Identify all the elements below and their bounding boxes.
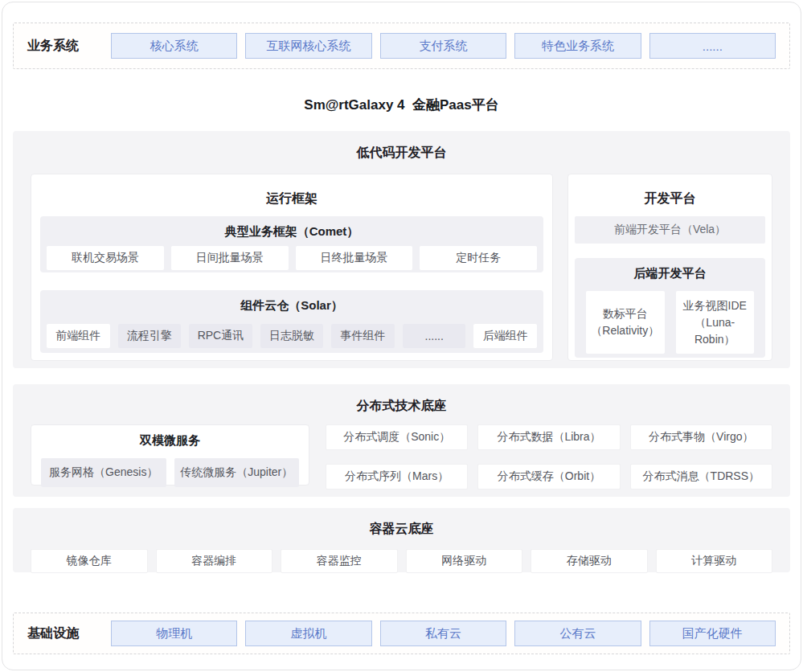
business-systems-items: 核心系统 互联网核心系统 支付系统 特色业务系统 ...... [111,33,776,59]
container-monitoring[interactable]: 容器监控 [281,549,398,573]
business-system-more[interactable]: ...... [649,33,776,59]
lowcode-body: 运行框架 典型业务框架（Comet） 联机交易场景 日间批量场景 日终批量场景 … [31,174,772,361]
distributed-message-tdrss[interactable]: 分布式消息（TDRSS） [630,464,772,490]
distributed-base-section: 分布式技术底座 双模微服务 服务网格（Genesis） 传统微服务（Jupite… [13,384,790,497]
comet-framework-box: 典型业务框架（Comet） 联机交易场景 日间批量场景 日终批量场景 定时任务 [40,216,543,272]
infrastructure-row: 基础设施 物理机 虚拟机 私有云 公有云 国产化硬件 [13,613,790,654]
lowcode-platform-title: 低代码开发平台 [31,145,772,162]
runtime-framework-panel: 运行框架 典型业务框架（Comet） 联机交易场景 日间批量场景 日终批量场景 … [31,174,553,361]
network-driver[interactable]: 网络驱动 [406,549,523,573]
business-view-ide-name: 业务视图IDE [683,297,747,314]
architecture-diagram: 业务系统 核心系统 互联网核心系统 支付系统 特色业务系统 ...... Sm@… [13,0,790,654]
backend-dev-platform-title: 后端开发平台 [586,266,754,281]
distributed-scheduling-sonic[interactable]: 分布式调度（Sonic） [326,424,468,450]
infrastructure-items: 物理机 虚拟机 私有云 公有云 国产化硬件 [111,621,776,646]
dual-mode-microservices-title: 双模微服务 [41,433,299,449]
data-standard-platform-relativity[interactable]: 数标平台 （Relativity） [586,291,665,354]
business-system-internet-core[interactable]: 互联网核心系统 [245,33,371,59]
solar-item-log-masking[interactable]: 日志脱敏 [260,324,324,348]
comet-items: 联机交易场景 日间批量场景 日终批量场景 定时任务 [47,246,537,270]
dev-platform-panel: 开发平台 前端开发平台（Vela） 后端开发平台 数标平台 （Relativit… [567,174,772,361]
container-base-items: 镜像仓库 容器编排 容器监控 网络驱动 存储驱动 计算驱动 [31,549,772,573]
platform-title: Sm@rtGalaxy 4 金融Paas平台 [13,96,790,110]
distributed-body: 双模微服务 服务网格（Genesis） 传统微服务（Jupiter） 分布式调度… [31,424,772,490]
distributed-base-title: 分布式技术底座 [31,398,772,415]
infra-public-cloud[interactable]: 公有云 [514,621,641,646]
container-base-section: 容器云底座 镜像仓库 容器编排 容器监控 网络驱动 存储驱动 计算驱动 [13,508,790,572]
solar-item-more[interactable]: ...... [403,324,466,348]
comet-item-eod-batch[interactable]: 日终批量场景 [296,246,413,270]
infra-private-cloud[interactable]: 私有云 [380,621,506,646]
solar-item-frontend-components[interactable]: 前端组件 [47,324,110,348]
solar-item-process-engine[interactable]: 流程引擎 [118,324,182,348]
backend-dev-platform-box: 后端开发平台 数标平台 （Relativity） 业务视图IDE （Luna-R… [575,258,765,358]
business-system-core[interactable]: 核心系统 [111,33,237,59]
compute-driver[interactable]: 计算驱动 [656,549,773,573]
business-view-ide-luna-robin[interactable]: 业务视图IDE （Luna-Robin） [676,291,755,354]
container-base-title: 容器云底座 [31,521,772,538]
storage-driver[interactable]: 存储驱动 [531,549,648,573]
comet-item-online-trading[interactable]: 联机交易场景 [47,246,164,270]
dual-mode-items: 服务网格（Genesis） 传统微服务（Jupiter） [41,458,299,487]
solar-item-rpc[interactable]: RPC通讯 [189,324,252,348]
container-orchestration[interactable]: 容器编排 [156,549,273,573]
business-view-ide-codename: （Luna-Robin） [676,314,755,348]
infra-physical-machine[interactable]: 物理机 [111,621,237,646]
distributed-cards-grid: 分布式调度（Sonic） 分布式数据（Libra） 分布式事物（Virgo） 分… [326,424,772,490]
business-system-payment[interactable]: 支付系统 [380,33,506,59]
distributed-cache-orbit[interactable]: 分布式缓存（Orbit） [477,464,620,490]
business-system-special[interactable]: 特色业务系统 [514,33,641,59]
distributed-sequence-mars[interactable]: 分布式序列（Mars） [326,464,468,490]
data-standard-platform-name: 数标平台 [603,305,648,322]
backend-dev-cards: 数标平台 （Relativity） 业务视图IDE （Luna-Robin） [586,291,754,354]
traditional-microservices-jupiter[interactable]: 传统微服务（Jupiter） [174,458,300,487]
solar-warehouse-title: 组件云仓（Solar） [47,298,537,313]
lowcode-platform-section: 低代码开发平台 运行框架 典型业务框架（Comet） 联机交易场景 日间批量场景… [13,131,790,368]
infrastructure-label: 基础设施 [27,625,111,642]
solar-items: 前端组件 流程引擎 RPC通讯 日志脱敏 事件组件 ...... 后端组件 [47,324,537,348]
business-systems-label: 业务系统 [27,38,111,55]
comet-framework-title: 典型业务框架（Comet） [47,224,537,240]
data-standard-platform-codename: （Relativity） [591,322,659,339]
solar-warehouse-box: 组件云仓（Solar） 前端组件 流程引擎 RPC通讯 日志脱敏 事件组件 ..… [40,290,543,353]
infra-domestic-hardware[interactable]: 国产化硬件 [649,621,776,646]
infra-virtual-machine[interactable]: 虚拟机 [245,621,371,646]
distributed-transaction-virgo[interactable]: 分布式事物（Virgo） [630,424,772,450]
frontend-dev-platform-vela[interactable]: 前端开发平台（Vela） [575,216,765,244]
comet-item-scheduled-task[interactable]: 定时任务 [420,246,537,270]
business-systems-row: 业务系统 核心系统 互联网核心系统 支付系统 特色业务系统 ...... [13,23,790,69]
image-registry[interactable]: 镜像仓库 [31,549,148,573]
runtime-framework-title: 运行框架 [40,191,543,207]
dual-mode-microservices-panel: 双模微服务 服务网格（Genesis） 传统微服务（Jupiter） [31,424,309,486]
solar-item-event-components[interactable]: 事件组件 [331,324,395,348]
comet-item-intraday-batch[interactable]: 日间批量场景 [171,246,289,270]
solar-item-backend-components[interactable]: 后端组件 [473,324,537,348]
dev-platform-title: 开发平台 [575,191,765,207]
service-mesh-genesis[interactable]: 服务网格（Genesis） [41,458,166,487]
distributed-data-libra[interactable]: 分布式数据（Libra） [477,424,620,450]
